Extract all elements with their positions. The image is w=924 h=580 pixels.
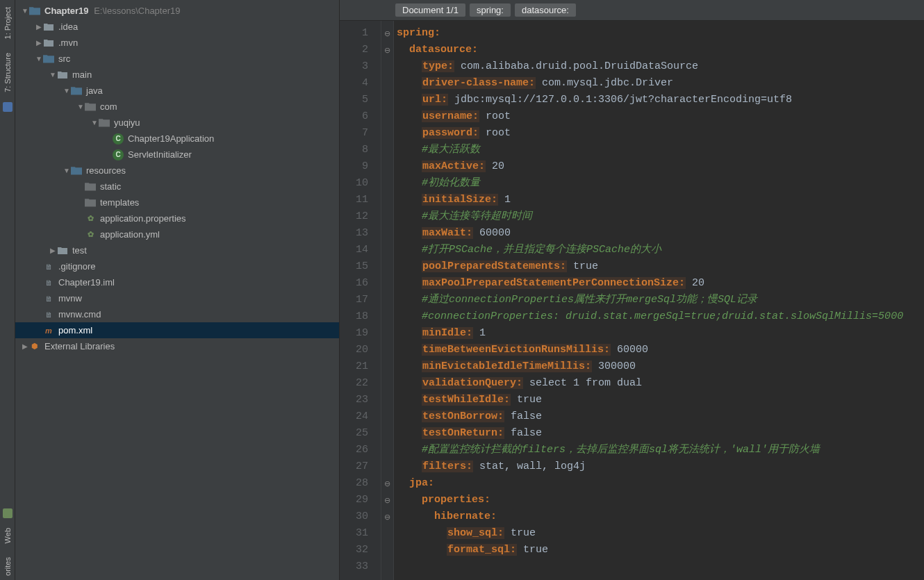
breadcrumb-item-0[interactable]: spring:	[470, 3, 511, 17]
source-folder-icon	[43, 53, 54, 65]
fold-toggle-icon[interactable]: ⊖	[384, 46, 390, 54]
tree-row[interactable]: ▶.idea	[15, 19, 339, 35]
tree-item-label: java	[86, 85, 103, 96]
tree-row[interactable]: ▼java	[15, 83, 339, 99]
tree-item-label: External Libraries	[44, 341, 115, 351]
file-icon: 🗎	[43, 277, 54, 288]
expand-arrow-icon[interactable]: ▼	[21, 7, 29, 15]
breadcrumb-item-1[interactable]: datasource:	[515, 3, 576, 17]
tree-item-label: main	[72, 69, 92, 80]
tree-item-label: yuqiyu	[114, 117, 140, 128]
file-icon: 🗎	[43, 293, 54, 304]
tree-item-label: Chapter19.iml	[58, 277, 115, 288]
tool-tab-web[interactable]: Web	[2, 524, 13, 547]
tree-item-label: mvnw	[58, 293, 82, 304]
tree-item-label: templates	[100, 197, 139, 208]
breadcrumb-bar: Document 1/1 spring: datasource:	[340, 0, 924, 21]
class-icon: C	[113, 133, 124, 144]
package-icon	[85, 101, 96, 113]
expand-arrow-icon[interactable]: ▼	[49, 71, 57, 78]
tree-item-label: mvnw.cmd	[58, 309, 101, 320]
fold-gutter[interactable]: ⊖⊖ ⊖⊖⊖	[381, 21, 394, 580]
folder-icon	[57, 69, 68, 81]
libraries-icon: ⬢	[29, 341, 40, 352]
tree-row[interactable]: ▼main	[15, 67, 339, 83]
code-editor[interactable]: spring: datasource: type: com.alibaba.dr…	[394, 21, 924, 580]
tree-item-label: src	[58, 53, 70, 64]
tree-item-label: com	[100, 101, 117, 112]
tree-row[interactable]: mpom.xml	[15, 322, 339, 338]
expand-arrow-icon[interactable]: ▶	[35, 39, 43, 47]
source-folder-icon	[71, 85, 82, 97]
tree-item-label: static	[100, 181, 121, 192]
tree-row[interactable]: templates	[15, 194, 339, 210]
expand-arrow-icon[interactable]: ▶	[35, 23, 43, 31]
tree-row[interactable]: ▼yuqiyu	[15, 115, 339, 131]
maven-file-icon: m	[43, 325, 54, 336]
tree-row[interactable]: ▼src	[15, 51, 339, 67]
tree-item-label: .mvn	[58, 38, 78, 48]
line-number-gutter[interactable]: 1234567891011121314151617181920212223242…	[340, 21, 381, 580]
expand-arrow-icon[interactable]: ▼	[63, 87, 71, 94]
tree-row[interactable]: static	[15, 179, 339, 194]
tree-item-label: Chapter19Application	[128, 133, 214, 144]
tree-row[interactable]: ▶.mvn	[15, 35, 339, 51]
tree-row[interactable]: ✿application.yml	[15, 226, 339, 242]
tree-row[interactable]: ▶test	[15, 242, 339, 258]
yaml-file-icon: ✿	[85, 229, 96, 240]
file-icon: 🗎	[43, 261, 54, 272]
tree-item-label: application.properties	[100, 213, 186, 224]
tree-row[interactable]: 🗎.gitignore	[15, 258, 339, 274]
source-folder-icon	[71, 165, 82, 176]
tree-item-label: Chapter19	[44, 6, 89, 16]
tree-row[interactable]: ▶⬢External Libraries	[15, 338, 339, 354]
folder-icon	[43, 22, 54, 33]
tree-item-label: .gitignore	[58, 261, 95, 272]
class-icon: C	[113, 149, 124, 160]
fold-toggle-icon[interactable]: ⊖	[384, 479, 390, 488]
structure-icon	[3, 102, 13, 112]
tool-tab-project[interactable]: 1: Project	[2, 3, 13, 43]
tree-row[interactable]: 🗎mvnw	[15, 290, 339, 306]
tree-item-label: resources	[86, 165, 126, 176]
tree-row[interactable]: ▼resources	[15, 163, 339, 179]
tree-row[interactable]: ✿application.properties	[15, 210, 339, 226]
package-icon	[85, 181, 96, 192]
breadcrumb-doc[interactable]: Document 1/1	[395, 3, 465, 17]
folder-icon	[57, 245, 68, 256]
expand-arrow-icon[interactable]: ▼	[63, 167, 71, 174]
expand-arrow-icon[interactable]: ▶	[49, 247, 57, 254]
tree-item-label: application.yml	[100, 229, 160, 240]
package-icon	[85, 197, 96, 208]
fold-toggle-icon[interactable]: ⊖	[384, 513, 390, 521]
module-icon	[29, 6, 40, 17]
tool-tab-structure[interactable]: 7: Structure	[2, 49, 13, 97]
tree-row[interactable]: ▼com	[15, 99, 339, 115]
package-icon	[99, 117, 110, 129]
editor-body: 1234567891011121314151617181920212223242…	[340, 21, 924, 580]
expand-arrow-icon[interactable]: ▼	[90, 119, 99, 126]
tree-row[interactable]: 🗎mvnw.cmd	[15, 306, 339, 322]
tool-tab-favorites[interactable]: orites	[2, 553, 13, 580]
left-tool-strip: 1: Project 7: Structure Web orites	[0, 0, 15, 580]
tree-row[interactable]: 🗎Chapter19.iml	[15, 274, 339, 290]
tree-item-label: ServletInitializer	[128, 149, 192, 160]
tree-item-label: pom.xml	[58, 325, 92, 335]
editor-area: Document 1/1 spring: datasource: 1234567…	[340, 0, 924, 580]
fold-toggle-icon[interactable]: ⊖	[384, 29, 390, 38]
expand-arrow-icon[interactable]: ▼	[35, 55, 43, 63]
tree-row[interactable]: ▼Chapter19 E:\lessons\Chapter19	[15, 3, 339, 19]
tree-item-path: E:\lessons\Chapter19	[92, 6, 181, 16]
fold-toggle-icon[interactable]: ⊖	[384, 496, 390, 504]
expand-arrow-icon[interactable]: ▶	[21, 342, 29, 350]
file-icon: 🗎	[43, 309, 54, 320]
project-panel: ▼Chapter19 E:\lessons\Chapter19▶.idea▶.m…	[15, 0, 340, 580]
expand-arrow-icon[interactable]: ▼	[76, 103, 85, 110]
tree-item-label: .idea	[58, 22, 78, 32]
tree-row[interactable]: CChapter19Application	[15, 131, 339, 147]
tree-row[interactable]: CServletInitializer	[15, 147, 339, 163]
project-tree[interactable]: ▼Chapter19 E:\lessons\Chapter19▶.idea▶.m…	[15, 0, 339, 580]
folder-icon	[43, 38, 54, 49]
properties-file-icon: ✿	[85, 213, 96, 224]
web-icon	[3, 508, 13, 518]
